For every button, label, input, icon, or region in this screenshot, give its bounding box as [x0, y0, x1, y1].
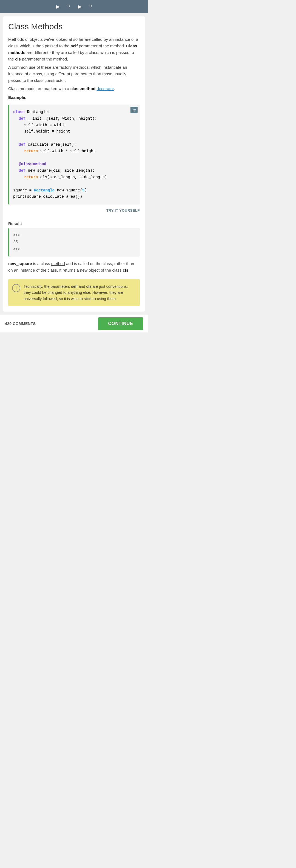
parameter-link-2[interactable]: parameter: [22, 57, 40, 61]
code-line-blank3: [13, 181, 136, 187]
question-icon-2[interactable]: ?: [89, 4, 92, 9]
result-line-2: 25: [13, 239, 136, 246]
result-line-1: >>>: [13, 232, 136, 239]
note-box: i Technically, the parameters self and c…: [8, 279, 140, 306]
method-link-2[interactable]: method: [53, 57, 67, 61]
code-line-10: square = Rectangle.new_square(5): [13, 187, 136, 194]
code-line-9: return cls(side_length, side_length): [13, 174, 136, 181]
main-card: Class Methods Methods of objects we've l…: [3, 17, 145, 312]
code-line-1: class Rectangle:: [13, 109, 136, 116]
code-line-4: self.height = height: [13, 128, 136, 135]
result-block: >>> 25 >>>: [8, 228, 140, 256]
code-line-3: self.width = width: [13, 122, 136, 129]
intro-para-1: Methods of objects we've looked at so fa…: [8, 36, 140, 62]
intro-para-2: A common use of these are factory method…: [8, 64, 140, 84]
result-label: Result:: [8, 221, 140, 226]
decorator-link[interactable]: decorator: [97, 86, 114, 91]
self-note-bold: self: [71, 284, 78, 288]
code-line-2: def __init__(self, width, height):: [13, 116, 136, 122]
result-line-3: >>>: [13, 246, 136, 253]
method-link-3[interactable]: method: [51, 261, 65, 266]
comments-count: 429 COMMENTS: [5, 321, 36, 326]
code-line-blank1: [13, 135, 136, 142]
continue-button[interactable]: CONTINUE: [98, 317, 143, 330]
header-bar: ▶ ? ▶ ?: [0, 0, 148, 13]
try-it-button[interactable]: TRY IT YOURSELF: [8, 208, 140, 213]
cls-note-bold: cls: [86, 284, 92, 288]
code-block: py class Rectangle: def __init__(self, w…: [8, 104, 140, 205]
intro-para-3: Class methods are marked with a classmet…: [8, 86, 140, 92]
info-icon: i: [12, 284, 20, 292]
method-link-1[interactable]: method: [110, 43, 124, 48]
play-icon-2[interactable]: ▶: [78, 4, 82, 9]
code-line-11: print(square.calculate_area()): [13, 194, 136, 200]
new-square-bold: new_square: [8, 261, 32, 266]
explanation-para: new_square is a class method and is call…: [8, 260, 140, 274]
code-line-blank2: [13, 155, 136, 161]
self-bold: self: [71, 43, 78, 48]
play-icon-1[interactable]: ▶: [56, 4, 60, 9]
note-text: Technically, the parameters self and cls…: [24, 283, 136, 302]
example-label: Example:: [8, 94, 140, 101]
parameter-link-1[interactable]: parameter: [79, 43, 97, 48]
code-line-7: @classmethod: [13, 161, 136, 167]
classmethod-bold: classmethod: [70, 86, 96, 91]
lang-badge: py: [130, 107, 138, 113]
cls-bold-1: cls: [15, 57, 21, 61]
code-line-8: def new_square(cls, side_length):: [13, 167, 136, 174]
question-icon-1[interactable]: ?: [67, 4, 70, 9]
code-line-6: return self.width * self.height: [13, 148, 136, 155]
footer-bar: 429 COMMENTS CONTINUE: [0, 315, 148, 333]
cls-bold-2: cls: [123, 268, 128, 273]
code-line-5: def calculate_area(self):: [13, 142, 136, 148]
page-title: Class Methods: [8, 22, 140, 31]
